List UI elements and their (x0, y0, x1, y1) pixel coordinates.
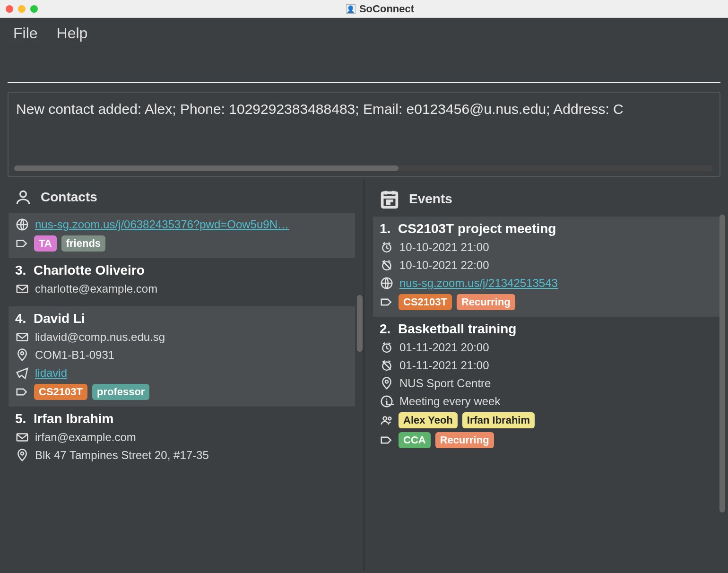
mail-icon (15, 282, 29, 296)
command-divider (8, 82, 720, 83)
event-start: 10-10-2021 21:00 (399, 241, 489, 254)
calendar-icon (379, 188, 400, 210)
list-item[interactable]: 4. David Li lidavid@comp.nus.edu.sg COM1… (9, 306, 355, 407)
mail-icon (15, 430, 29, 444)
list-item[interactable]: 1. CS2103T project meeting 10-10-2021 21… (373, 217, 719, 317)
people-icon (380, 413, 394, 427)
globe-icon (15, 217, 29, 232)
clock-icon (380, 240, 394, 254)
list-item[interactable]: nus-sg.zoom.us/j/06382435376?pwd=Oow5u9N… (9, 213, 355, 258)
contacts-header: Contacts (0, 180, 364, 210)
svg-point-13 (385, 380, 388, 383)
clock-icon (380, 340, 394, 355)
item-index: 3. (15, 263, 26, 278)
list-item[interactable]: 3. Charlotte Oliveiro charlotte@example.… (9, 258, 355, 306)
tag-icon (380, 433, 394, 447)
maximize-window-button[interactable] (30, 5, 38, 13)
tag: friends (61, 235, 105, 252)
events-panel: Events 1. CS2103T project meeting 10-10-… (364, 180, 728, 571)
svg-point-6 (21, 452, 24, 455)
tag: Recurring (435, 432, 494, 448)
minimize-window-button[interactable] (18, 5, 26, 13)
svg-point-15 (383, 417, 387, 421)
clock-off-icon (380, 258, 394, 272)
telegram-link[interactable]: lidavid (35, 366, 67, 380)
contact-name: David Li (34, 311, 85, 326)
events-list[interactable]: 1. CS2103T project meeting 10-10-2021 21… (364, 214, 728, 571)
contacts-v-scrollbar[interactable] (357, 295, 363, 352)
tag: Recurring (457, 294, 515, 310)
contacts-list[interactable]: nus-sg.zoom.us/j/06382435376?pwd=Oow5u9N… (0, 210, 364, 571)
person-icon (14, 188, 32, 206)
contact-email: irfan@example.com (35, 431, 136, 444)
contact-email: lidavid@comp.nus.edu.sg (35, 330, 165, 344)
pin-icon (380, 376, 394, 391)
svg-rect-2 (17, 286, 28, 293)
tag: TA (34, 235, 57, 252)
pin-icon (15, 448, 29, 462)
event-name: Basketball training (398, 321, 517, 336)
main-panels: Contacts nus-sg.zoom.us/j/06382435376?pw… (0, 180, 728, 571)
close-window-button[interactable] (6, 5, 13, 13)
contact-email: charlotte@example.com (35, 282, 157, 295)
tag-icon (15, 385, 29, 399)
contact-location: COM1-B1-0931 (35, 348, 114, 362)
title-bar: 👤 SoConnect (0, 0, 728, 18)
menu-file[interactable]: File (13, 25, 38, 42)
result-h-scrollbar[interactable] (14, 165, 713, 171)
svg-point-16 (388, 417, 391, 420)
globe-icon (380, 276, 394, 290)
window-title: SoConnect (359, 3, 414, 15)
window-controls (6, 5, 38, 13)
person-tag: Irfan Ibrahim (462, 412, 535, 428)
clock-off-icon (380, 358, 394, 373)
event-start: 01-11-2021 20:00 (399, 341, 489, 354)
event-location: NUS Sport Centre (399, 377, 491, 390)
item-index: 2. (380, 321, 390, 336)
tag-icon (380, 295, 394, 309)
tag-icon (15, 236, 29, 251)
tag: CS2103T (399, 294, 452, 310)
menu-bar: File Help (0, 18, 728, 49)
contacts-title: Contacts (41, 190, 97, 205)
svg-point-4 (21, 352, 24, 355)
event-end: 01-11-2021 21:00 (399, 359, 489, 372)
item-index: 5. (15, 411, 26, 426)
item-index: 4. (15, 311, 26, 326)
result-h-scrollthumb[interactable] (14, 165, 399, 171)
command-section: New contact added: Alex; Phone: 10292923… (0, 49, 728, 180)
event-name: CS2103T project meeting (398, 221, 556, 236)
event-end: 10-10-2021 22:00 (399, 259, 489, 272)
list-item[interactable]: 2. Basketball training 01-11-2021 20:00 … (373, 317, 719, 455)
info-icon (380, 394, 394, 408)
result-text: New contact added: Alex; Phone: 10292923… (16, 101, 712, 117)
svg-point-0 (20, 191, 26, 197)
contact-address: Blk 47 Tampines Street 20, #17-35 (35, 449, 209, 462)
contacts-panel: Contacts nus-sg.zoom.us/j/06382435376?pw… (0, 180, 364, 571)
pin-icon (15, 348, 29, 362)
svg-rect-5 (17, 434, 28, 441)
telegram-icon (15, 366, 29, 380)
contact-name: Irfan Ibrahim (34, 411, 114, 426)
events-title: Events (409, 191, 452, 207)
zoom-link[interactable]: nus-sg.zoom.us/j/06382435376?pwd=Oow5u9N… (35, 218, 289, 231)
tag: professor (92, 384, 149, 400)
item-index: 1. (380, 221, 390, 236)
result-display: New contact added: Alex; Phone: 10292923… (8, 92, 720, 177)
menu-help[interactable]: Help (57, 25, 88, 42)
list-item[interactable]: 5. Irfan Ibrahim irfan@example.com Blk 4… (9, 407, 355, 473)
event-link[interactable]: nus-sg.zoom.us/j/21342513543 (399, 277, 558, 290)
events-v-scrollbar[interactable] (719, 215, 725, 512)
tag: CS2103T (34, 384, 87, 400)
svg-rect-3 (17, 334, 28, 341)
tag: CCA (399, 432, 431, 448)
contact-name: Charlotte Oliveiro (34, 263, 145, 278)
app-icon: 👤 (346, 4, 355, 14)
event-note: Meeting every week (399, 395, 500, 408)
mail-icon (15, 330, 29, 344)
events-header: Events (364, 180, 728, 214)
person-tag: Alex Yeoh (399, 412, 458, 428)
